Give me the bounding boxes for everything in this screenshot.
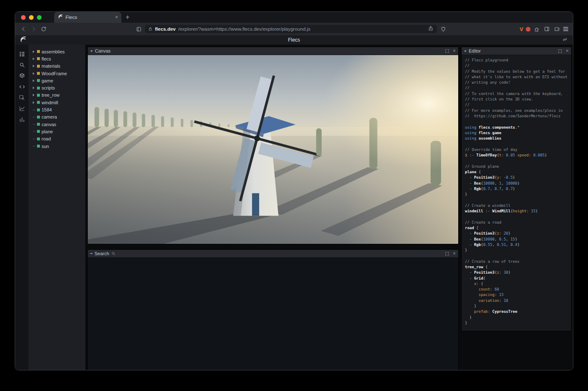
brave-shield-icon[interactable] xyxy=(439,25,447,33)
code-line xyxy=(465,197,571,203)
tree-item-1584[interactable]: 1584 xyxy=(29,106,85,113)
code-rail-icon[interactable] xyxy=(18,83,26,90)
tree-item-WoodFrame[interactable]: WoodFrame xyxy=(29,70,85,77)
entity-label: scripts xyxy=(42,85,55,90)
tab-close-icon[interactable]: × xyxy=(115,15,118,20)
entity-label: canvas xyxy=(42,122,56,127)
flecs-logo xyxy=(19,36,26,45)
code-line: variation: 10 xyxy=(465,298,571,304)
code-line: // Flecs playground xyxy=(465,58,571,63)
tree-item-assemblies[interactable]: assemblies xyxy=(29,48,85,55)
canvas-panel-header[interactable]: Canvas × xyxy=(88,47,458,55)
search-panel-header[interactable]: Search × xyxy=(88,250,458,258)
entity-label: materials xyxy=(42,63,60,69)
charts-icon[interactable] xyxy=(18,105,26,112)
collapse-chevron-icon[interactable] xyxy=(464,50,467,52)
editor-code[interactable]: // Flecs playground//// Modify the value… xyxy=(462,55,571,331)
chevron-right-icon[interactable] xyxy=(32,50,35,53)
minimize-window-button[interactable] xyxy=(29,15,34,20)
close-panel-icon[interactable]: × xyxy=(566,48,569,53)
code-line: // Create a windmill xyxy=(465,203,571,209)
url-bar[interactable]: flecs.dev/explorer/?wasm=https://www.fle… xyxy=(145,25,437,33)
new-tab-button[interactable]: + xyxy=(126,14,129,21)
share-icon[interactable] xyxy=(428,25,433,33)
entity-swatch xyxy=(37,65,40,68)
entity-label: plane xyxy=(42,129,53,134)
chevron-right-icon[interactable] xyxy=(32,58,35,60)
code-line: windmill :- WindMill{height: 15} xyxy=(465,209,571,214)
code-line: // Modify the values below to get a feel… xyxy=(465,69,571,74)
side-panel-icon[interactable] xyxy=(543,25,551,33)
collapse-chevron-icon[interactable] xyxy=(90,50,93,52)
chevron-right-icon[interactable] xyxy=(32,79,35,82)
entities-tree-icon[interactable] xyxy=(18,50,26,58)
code-line: // Ground plane xyxy=(465,164,571,169)
code-line: // xyxy=(465,85,571,91)
code-line xyxy=(465,119,571,124)
entity-label: camera xyxy=(42,114,57,119)
forward-icon[interactable] xyxy=(30,25,37,33)
canvas-3d-view[interactable] xyxy=(88,55,458,244)
tree-item-flecs[interactable]: flecs xyxy=(29,55,85,62)
tree-item-canvas[interactable]: canvas xyxy=(29,121,85,128)
close-window-button[interactable] xyxy=(21,15,26,20)
bookmarks-icon[interactable] xyxy=(135,25,142,33)
url-path: /explorer/?wasm=https://www.flecs.dev/ex… xyxy=(178,26,310,32)
entity-tree[interactable]: assembliesflecsmaterialsWoodFramegamescr… xyxy=(29,45,85,370)
tree-item-sun[interactable]: sun xyxy=(29,143,85,150)
chevron-right-icon[interactable] xyxy=(32,101,35,104)
inspect-icon[interactable] xyxy=(18,94,26,101)
tree-item-road[interactable]: road xyxy=(29,135,85,143)
editor-panel: Editor × // Flecs playground//// Modify … xyxy=(461,47,572,331)
code-line: } xyxy=(465,320,571,326)
tree-item-materials[interactable]: materials xyxy=(29,63,85,70)
tree-item-camera[interactable]: camera xyxy=(29,114,85,121)
menu-icon[interactable] xyxy=(563,27,568,31)
chevron-right-icon[interactable] xyxy=(32,94,35,96)
entity-swatch xyxy=(37,72,40,75)
code-line: // Create a road xyxy=(465,220,571,225)
code-line: using flecs.components.* xyxy=(465,125,571,130)
tree-item-windmill[interactable]: windmill xyxy=(29,99,85,106)
code-line: count: 60 xyxy=(465,287,571,292)
chevron-right-icon[interactable] xyxy=(32,87,35,89)
stats-icon[interactable] xyxy=(18,116,26,123)
code-line: using flecs.game xyxy=(465,130,571,136)
browser-window: Flecs × + flecs.dev/explorer/?wasm=https… xyxy=(15,11,573,370)
zoom-window-button[interactable] xyxy=(37,15,42,20)
expand-panel-icon[interactable] xyxy=(445,252,449,256)
reload-icon[interactable] xyxy=(40,25,47,33)
permalink-icon[interactable] xyxy=(562,37,568,44)
extensions-puzzle-icon[interactable] xyxy=(533,25,541,33)
code-line: } xyxy=(465,315,571,320)
entity-label: windmill xyxy=(42,100,58,105)
entity-swatch xyxy=(37,50,40,53)
chevron-right-icon[interactable] xyxy=(32,65,35,67)
tree-item-tree_row[interactable]: tree_row xyxy=(29,92,85,99)
entity-label: road xyxy=(42,136,51,141)
expand-panel-icon[interactable] xyxy=(445,49,449,53)
wallet-icon[interactable] xyxy=(553,25,561,33)
tree-item-scripts[interactable]: scripts xyxy=(29,84,85,91)
search-panel: Search × xyxy=(87,249,459,370)
collapse-dash-icon[interactable] xyxy=(90,253,92,254)
site-lock-icon[interactable] xyxy=(148,25,152,33)
back-icon[interactable] xyxy=(20,25,27,33)
entity-label: 1584 xyxy=(42,107,52,112)
components-cube-icon[interactable] xyxy=(18,72,26,79)
red-extension-icon[interactable] xyxy=(526,27,530,32)
tree-item-plane[interactable]: plane xyxy=(29,128,85,135)
expand-panel-icon[interactable] xyxy=(558,49,562,53)
close-panel-icon[interactable]: × xyxy=(453,251,456,256)
code-line: // what it's like to work with an ECS wi… xyxy=(465,74,571,80)
search-rail-icon[interactable] xyxy=(18,61,26,69)
browser-tab[interactable]: Flecs × xyxy=(54,12,121,23)
entity-swatch xyxy=(37,116,40,119)
close-panel-icon[interactable]: × xyxy=(453,48,456,53)
chevron-right-icon[interactable] xyxy=(32,72,35,75)
code-line: // xyxy=(465,102,571,108)
tree-item-game[interactable]: game xyxy=(29,77,85,84)
editor-panel-header[interactable]: Editor × xyxy=(462,47,571,55)
v-extension-icon[interactable]: V xyxy=(520,26,523,32)
explorer-app: assembliesflecsmaterialsWoodFramegamescr… xyxy=(15,45,573,370)
